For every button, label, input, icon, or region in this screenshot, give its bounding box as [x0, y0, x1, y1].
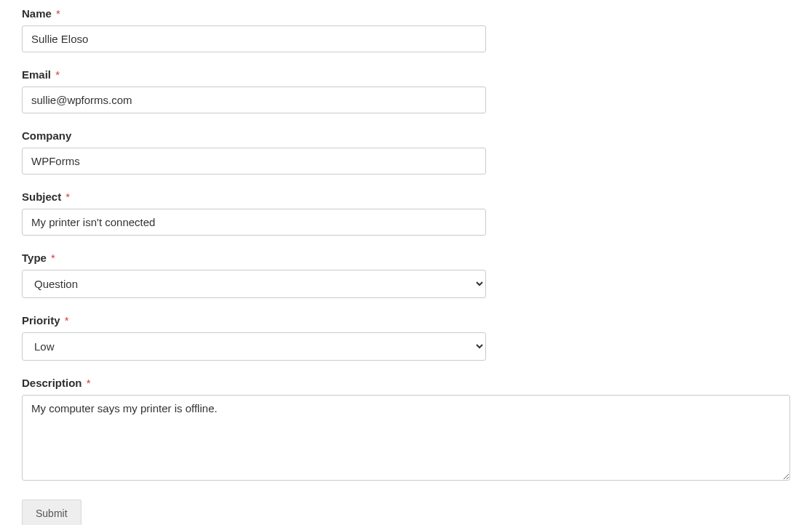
priority-label-text: Priority [22, 314, 60, 326]
priority-label: Priority * [22, 314, 486, 326]
type-label-text: Type [22, 252, 47, 264]
required-asterisk-icon: * [56, 7, 60, 20]
required-asterisk-icon: * [65, 314, 69, 326]
name-label-text: Name [22, 7, 52, 20]
email-field-group: Email * [22, 68, 486, 113]
required-asterisk-icon: * [55, 68, 60, 81]
type-label: Type * [22, 252, 486, 264]
name-field-group: Name * [22, 7, 486, 52]
required-asterisk-icon: * [87, 377, 91, 389]
priority-field-group: Priority * Low [22, 314, 486, 361]
company-field-group: Company [22, 129, 486, 175]
company-label-text: Company [22, 129, 71, 142]
subject-input[interactable] [22, 209, 486, 236]
support-form: Name * Email * Company Subject * Type * … [22, 7, 790, 525]
subject-field-group: Subject * [22, 191, 486, 236]
required-asterisk-icon: * [51, 252, 55, 264]
type-field-group: Type * Question [22, 252, 486, 298]
required-asterisk-icon: * [65, 191, 70, 203]
email-input[interactable] [22, 87, 486, 113]
submit-button[interactable]: Submit [22, 500, 81, 525]
subject-label: Subject * [22, 191, 486, 203]
email-label-text: Email [22, 68, 51, 81]
priority-select[interactable]: Low [22, 332, 486, 361]
type-select[interactable]: Question [22, 270, 486, 298]
email-label: Email * [22, 68, 486, 81]
description-label: Description * [22, 377, 790, 389]
description-textarea[interactable]: My computer says my printer is offline. [22, 395, 790, 481]
company-label: Company [22, 129, 486, 142]
company-input[interactable] [22, 148, 486, 175]
description-label-text: Description [22, 377, 82, 389]
description-field-group: Description * My computer says my printe… [22, 377, 790, 484]
subject-label-text: Subject [22, 191, 61, 203]
name-label: Name * [22, 7, 486, 20]
name-input[interactable] [22, 25, 486, 52]
